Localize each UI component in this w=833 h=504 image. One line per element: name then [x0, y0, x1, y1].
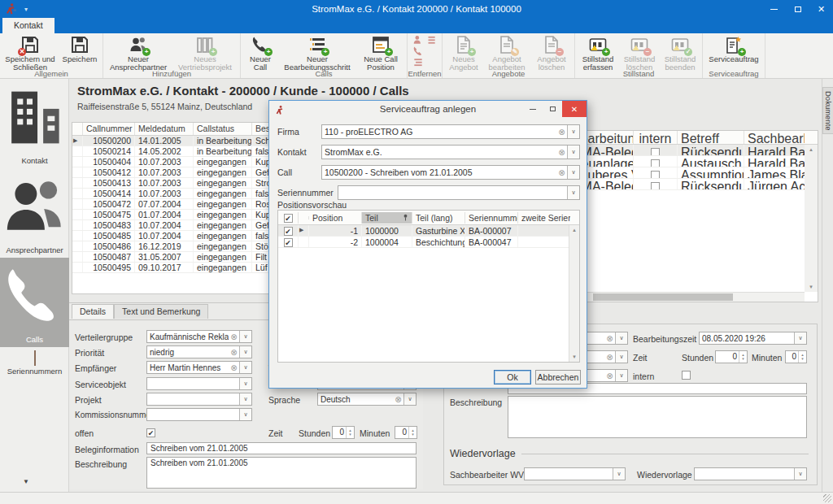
dropdown-icon[interactable]: ∨: [794, 332, 806, 344]
clear-icon[interactable]: ⊗: [604, 353, 615, 362]
clear-icon[interactable]: ⊗: [604, 371, 615, 380]
seriennummer-combobox[interactable]: ∨: [338, 185, 580, 200]
select-all-checkbox[interactable]: ✔: [284, 214, 293, 223]
empfaenger-combobox[interactable]: Herr Martin Hennes ⊗∨: [146, 361, 252, 374]
dropdown-icon[interactable]: ∨: [239, 393, 251, 405]
scroll-up-icon[interactable]: ▴: [809, 146, 813, 153]
column-header-meldedatum[interactable]: Meldedatum: [135, 123, 194, 135]
column-header-zweite-seriennr[interactable]: zweite SerienNr: [518, 212, 570, 224]
stillstand-beenden-button[interactable]: ✓ Stillstand beenden: [660, 34, 700, 69]
intern-checkbox[interactable]: [682, 371, 691, 380]
prioritaet-combobox[interactable]: niedrig ⊗∨: [146, 345, 252, 358]
dialog-maximize-button[interactable]: [543, 101, 562, 117]
dropdown-icon[interactable]: ∨: [615, 351, 627, 363]
bearbeitungszeit-picker[interactable]: 08.05.2020 19:26 ∨: [699, 332, 807, 345]
intern-checkbox[interactable]: [651, 182, 660, 189]
clear-icon[interactable]: ⊗: [229, 348, 239, 357]
resize-grip[interactable]: [823, 494, 831, 502]
close-button[interactable]: ✕: [809, 0, 833, 18]
neuer-call-button[interactable]: + Neuer Call: [242, 34, 278, 69]
dropdown-icon[interactable]: ∨: [567, 146, 579, 159]
minuten-spinner[interactable]: 0 ▴▾: [785, 350, 807, 363]
projekt-combobox[interactable]: ∨: [146, 393, 252, 406]
sidebar-collapse-chevron-icon[interactable]: ▼: [23, 478, 29, 485]
row-checkbox[interactable]: ✔: [284, 227, 293, 236]
intern-checkbox[interactable]: [651, 148, 660, 155]
dropdown-icon[interactable]: ∨: [239, 362, 251, 373]
firma-combobox[interactable]: 110 - proELECTRO AG ⊗∨: [321, 124, 580, 139]
dropdown-icon[interactable]: ∨: [567, 125, 579, 138]
stunden-spinner[interactable]: 0 ▴▾: [715, 350, 748, 363]
beleginformation-input[interactable]: Schreiben vom 21.01.2005: [146, 442, 416, 454]
dropdown-icon[interactable]: ∨: [403, 393, 416, 405]
angebot-bearbeiten-button[interactable]: ✎ Angebot bearbeiten: [483, 34, 530, 69]
sidebar-item-ansprechpartner[interactable]: Ansprechpartner: [0, 168, 69, 258]
speichern-und-schliessen-button[interactable]: ✕ Speichern und Schließen: [2, 34, 59, 69]
call-entfernen-icon[interactable]: [412, 46, 424, 57]
dialog-close-button[interactable]: ✕: [562, 101, 587, 117]
sidebar-item-calls[interactable]: Calls: [0, 258, 69, 347]
row-checkbox[interactable]: ✔: [284, 238, 293, 247]
spin-down-icon[interactable]: ▾: [742, 357, 744, 361]
dialog-minimize-button[interactable]: [523, 101, 543, 117]
column-header-callnummer[interactable]: Callnummer: [83, 123, 135, 135]
sachbearbeiter-wv-combobox[interactable]: ∨: [524, 467, 626, 480]
table-row[interactable]: ✔ ▶ -1 1000000 Gasturbine XT... BA-00000…: [278, 225, 579, 237]
vertical-scrollbar[interactable]: ▴ ▾: [569, 225, 579, 362]
dropdown-icon[interactable]: ∨: [567, 166, 579, 179]
tab-text-und-bemerkung[interactable]: Text und Bemerkung: [114, 304, 208, 319]
beschreibung-textarea[interactable]: [508, 396, 807, 438]
column-header-callstatus[interactable]: Callstatus: [194, 123, 252, 135]
tab-details[interactable]: Details: [72, 304, 114, 319]
dropdown-icon[interactable]: ∨: [615, 370, 627, 381]
speichern-button[interactable]: Speichern: [59, 34, 101, 69]
intern-checkbox[interactable]: [651, 159, 660, 167]
kommissionsnummer-combobox[interactable]: ∨: [146, 408, 252, 421]
call-combobox[interactable]: 10500200 - Schreiben vom 21.01.2005 ⊗∨: [321, 165, 580, 180]
dropdown-icon[interactable]: ∨: [239, 331, 251, 342]
scrollbar-thumb[interactable]: [593, 293, 733, 301]
spin-down-icon[interactable]: ▾: [349, 432, 351, 437]
vertriebsprojekt-entfernen-icon[interactable]: [425, 34, 437, 46]
sidebar-item-seriennummern[interactable]: Seriennummern: [0, 347, 69, 379]
verteilergruppe-combobox[interactable]: Kaufmännische Reklama... ⊗∨: [146, 330, 252, 343]
clear-icon[interactable]: ⊗: [604, 334, 615, 343]
ribbon-tab-kontakt[interactable]: Kontakt: [2, 18, 55, 33]
tab-dokumente[interactable]: Dokumente: [822, 87, 833, 134]
dropdown-icon[interactable]: ∨: [239, 346, 251, 358]
neuer-bearbeitungsschritt-button[interactable]: + Neuer Bearbeitungsschritt: [278, 34, 356, 69]
intern-checkbox[interactable]: [651, 171, 660, 178]
dropdown-icon[interactable]: ∨: [794, 468, 806, 480]
stillstand-loeschen-button[interactable]: − Stillstand löschen: [619, 34, 660, 69]
sprache-combobox[interactable]: Deutsch ⊗∨: [317, 393, 416, 406]
spin-down-icon[interactable]: ▾: [412, 432, 414, 437]
column-header-intern[interactable]: intern: [634, 131, 678, 144]
kontakt-combobox[interactable]: StromMax e.G. ⊗∨: [321, 145, 580, 159]
dropdown-icon[interactable]: ∨: [613, 468, 625, 480]
abbrechen-button[interactable]: Abbrechen: [535, 370, 581, 385]
clear-icon[interactable]: ⊗: [229, 363, 239, 372]
serviceauftrag-button[interactable]: + Serviceauftrag: [704, 34, 763, 69]
dropdown-icon[interactable]: ∨: [239, 409, 251, 420]
clear-icon[interactable]: ⊗: [556, 128, 567, 137]
dropdown-icon[interactable]: ∨: [239, 378, 251, 389]
offen-checkbox[interactable]: ✔: [146, 428, 155, 437]
neuer-ansprechpartner-button[interactable]: + Neuer Ansprechpartner: [105, 34, 172, 69]
ok-button[interactable]: Ok: [494, 370, 531, 385]
neues-angebot-button[interactable]: + Neues Angebot: [444, 34, 483, 69]
minuten-spinner[interactable]: 0 ▴▾: [395, 426, 417, 439]
table-row[interactable]: ✔ -2 1000004 Beschichtungs... BA-000047: [278, 237, 579, 248]
dropdown-icon[interactable]: ∨: [615, 332, 627, 344]
column-header-position[interactable]: Position: [309, 212, 362, 224]
neue-call-position-button[interactable]: + Neue Call Position: [356, 34, 405, 69]
clear-icon[interactable]: ⊗: [393, 395, 403, 404]
column-header-sachbearbeiter[interactable]: Sachbearbeiter: [744, 131, 805, 144]
minimize-button[interactable]: [762, 0, 786, 18]
neues-vertriebsprojekt-button[interactable]: + Neues Vertriebsprojekt: [172, 34, 238, 69]
clear-icon[interactable]: ⊗: [556, 148, 567, 157]
stillstand-erfassen-button[interactable]: + Stillstand erfassen: [577, 34, 619, 69]
wiedervorlage-combobox[interactable]: ∨: [694, 467, 807, 480]
vertical-scrollbar[interactable]: ▴ ▾: [805, 145, 818, 292]
bearbeitungsschritt-entfernen-icon[interactable]: [412, 57, 424, 68]
column-header-teil-lang[interactable]: Teil (lang): [412, 212, 465, 224]
